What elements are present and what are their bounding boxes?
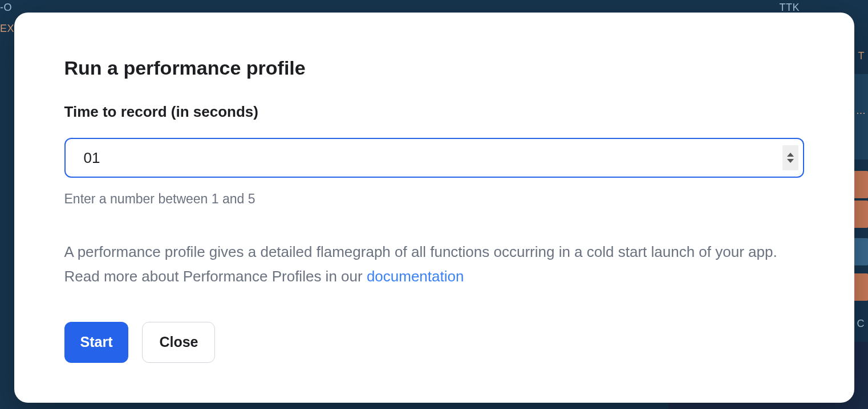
modal-title: Run a performance profile [64,57,804,79]
record-time-input-wrapper [64,138,804,178]
number-spinner[interactable] [782,145,798,170]
record-time-input[interactable] [64,138,804,178]
close-button[interactable]: Close [142,322,215,363]
performance-profile-modal: Run a performance profile Time to record… [14,13,854,403]
profile-description: A performance profile gives a detailed f… [64,240,804,289]
spinner-up-icon[interactable] [787,153,794,157]
modal-overlay: Run a performance profile Time to record… [0,0,868,409]
modal-button-row: Start Close [64,322,804,363]
start-button[interactable]: Start [64,322,129,363]
spinner-down-icon[interactable] [787,159,794,163]
documentation-link[interactable]: documentation [367,268,464,285]
record-time-label: Time to record (in seconds) [64,103,804,121]
record-time-helper: Enter a number between 1 and 5 [64,191,804,207]
